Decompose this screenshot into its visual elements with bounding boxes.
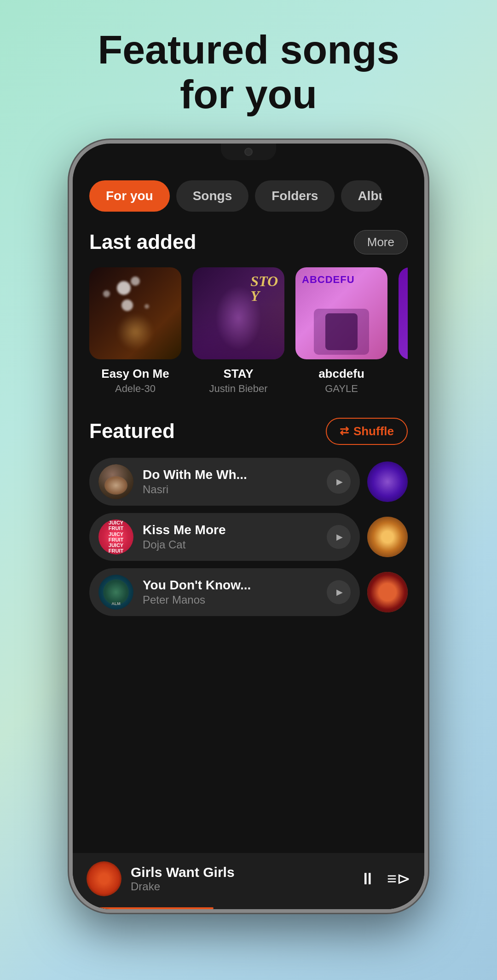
camera bbox=[244, 148, 253, 156]
page-headline: Featured songs for you bbox=[98, 28, 399, 117]
queue-button[interactable]: ≡⊳ bbox=[387, 869, 410, 888]
player-artist: Drake bbox=[131, 880, 350, 893]
cover-art-abc: ABCDEFU bbox=[295, 267, 387, 359]
card-4th[interactable] bbox=[399, 267, 408, 395]
headline-line2: for you bbox=[98, 72, 399, 117]
card-easy-on-me[interactable]: Easy On Me Adele-30 bbox=[89, 267, 181, 395]
last-added-header: Last added More bbox=[89, 230, 408, 254]
song-info-peter: You Don't Know... Peter Manos bbox=[143, 578, 318, 606]
player-info: Girls Want Girls Drake bbox=[131, 865, 350, 893]
card-cover-abc: ABCDEFU bbox=[295, 267, 387, 359]
screen-content: For you Songs Folders Albu Last added Mo… bbox=[73, 167, 424, 909]
player-controls: ⏸ ≡⊳ bbox=[359, 869, 410, 888]
song-artist-doja: Doja Cat bbox=[143, 538, 318, 551]
song-item-peter[interactable]: ALM You Don't Know... Peter Manos bbox=[89, 568, 360, 616]
thumb-doja-label: JUICYFRUITJUICYFRUITJUICYFRUIT bbox=[109, 520, 123, 553]
card-cover-eom bbox=[89, 267, 181, 359]
phone-frame: For you Songs Folders Albu Last added Mo… bbox=[69, 140, 428, 913]
card-artist-abc: GAYLE bbox=[295, 383, 387, 395]
song-thumb-peter: ALM bbox=[98, 575, 133, 610]
card-title-abc: abcdefu bbox=[295, 367, 387, 381]
featured-song-list: Do With Me Wh... Nasri bbox=[89, 458, 408, 616]
tab-songs[interactable]: Songs bbox=[176, 180, 249, 212]
headline-line1: Featured songs bbox=[98, 28, 399, 72]
tab-bar: For you Songs Folders Albu bbox=[73, 167, 424, 221]
song-row-doja: JUICYFRUITJUICYFRUITJUICYFRUIT Kiss Me M… bbox=[89, 513, 408, 561]
tab-for-you[interactable]: For you bbox=[89, 180, 170, 212]
player-song-title: Girls Want Girls bbox=[131, 865, 350, 880]
player-progress-bar bbox=[73, 907, 214, 909]
cover-art-stay: STOY bbox=[192, 267, 284, 359]
song-name-doja: Kiss Me More bbox=[143, 523, 318, 537]
pause-button[interactable]: ⏸ bbox=[359, 869, 376, 888]
shuffle-button[interactable]: ⇄ Shuffle bbox=[326, 418, 408, 445]
song-info-nasri: Do With Me Wh... Nasri bbox=[143, 467, 318, 496]
song-thumb-doja: JUICYFRUITJUICYFRUITJUICYFRUIT bbox=[98, 519, 133, 554]
shuffle-icon: ⇄ bbox=[340, 425, 349, 438]
card-title-stay: STAY bbox=[192, 367, 284, 381]
song-row-peter: ALM You Don't Know... Peter Manos bbox=[89, 568, 408, 616]
song-thumb-right-peter bbox=[367, 572, 408, 612]
last-added-title: Last added bbox=[89, 231, 196, 254]
featured-header: Featured ⇄ Shuffle bbox=[89, 418, 408, 445]
song-name-nasri: Do With Me Wh... bbox=[143, 467, 318, 482]
more-button[interactable]: More bbox=[354, 230, 408, 254]
phone-screen: For you Songs Folders Albu Last added Mo… bbox=[73, 144, 424, 909]
card-cover-4th bbox=[399, 267, 408, 359]
song-item-nasri[interactable]: Do With Me Wh... Nasri bbox=[89, 458, 360, 506]
song-item-doja[interactable]: JUICYFRUITJUICYFRUITJUICYFRUIT Kiss Me M… bbox=[89, 513, 360, 561]
card-cover-stay: STOY bbox=[192, 267, 284, 359]
card-artist-eom: Adele-30 bbox=[89, 383, 181, 395]
last-added-section: Last added More bbox=[73, 221, 424, 404]
card-abcdefu[interactable]: ABCDEFU abcdefu GAYLE bbox=[295, 267, 387, 395]
play-button-peter[interactable] bbox=[327, 580, 351, 604]
song-name-peter: You Don't Know... bbox=[143, 578, 318, 593]
phone-mockup: For you Songs Folders Albu Last added Mo… bbox=[69, 140, 428, 913]
song-thumb-right-nasri bbox=[367, 461, 408, 502]
shuffle-label: Shuffle bbox=[353, 424, 394, 438]
notch bbox=[221, 144, 276, 160]
player-thumb bbox=[87, 861, 121, 896]
featured-section: Featured ⇄ Shuffle bbox=[73, 409, 424, 625]
song-row-nasri: Do With Me Wh... Nasri bbox=[89, 458, 408, 506]
song-artist-nasri: Nasri bbox=[143, 483, 318, 496]
abc-text-overlay: ABCDEFU bbox=[302, 274, 355, 286]
bottom-player: Girls Want Girls Drake ⏸ ≡⊳ bbox=[73, 853, 424, 909]
tab-folders[interactable]: Folders bbox=[255, 180, 335, 212]
song-info-doja: Kiss Me More Doja Cat bbox=[143, 523, 318, 551]
tab-albums[interactable]: Albu bbox=[341, 180, 382, 212]
play-button-doja[interactable] bbox=[327, 525, 351, 549]
play-button-nasri[interactable] bbox=[327, 470, 351, 494]
last-added-cards: Easy On Me Adele-30 STOY bbox=[89, 267, 408, 395]
cover-art-eom bbox=[89, 267, 181, 359]
card-artist-stay: Justin Bieber bbox=[192, 383, 284, 395]
card-stay[interactable]: STOY STAY Justin Bieber bbox=[192, 267, 284, 395]
card-title-eom: Easy On Me bbox=[89, 367, 181, 381]
cover-art-4th bbox=[399, 267, 408, 359]
song-thumb-nasri bbox=[98, 464, 133, 499]
song-thumb-right-doja bbox=[367, 517, 408, 557]
song-artist-peter: Peter Manos bbox=[143, 594, 318, 606]
featured-title: Featured bbox=[89, 420, 175, 443]
